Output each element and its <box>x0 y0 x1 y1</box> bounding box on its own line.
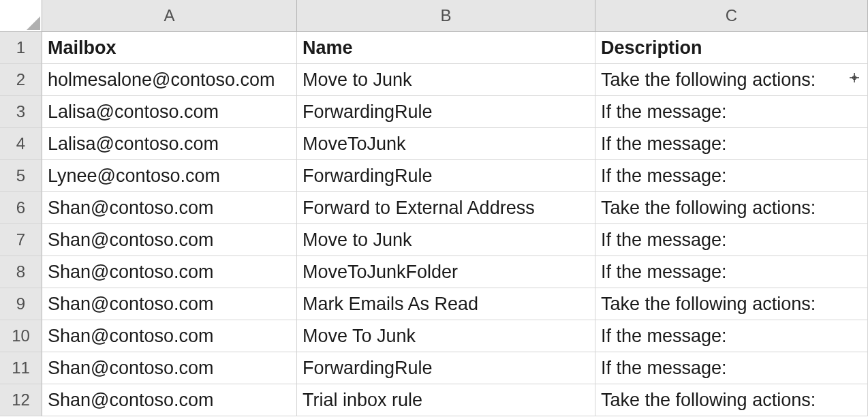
row-header-9[interactable]: 9 <box>0 288 42 320</box>
cell-c11[interactable]: If the message: <box>595 352 868 384</box>
cell-b12[interactable]: Trial inbox rule <box>297 384 595 416</box>
row-header-3[interactable]: 3 <box>0 96 42 128</box>
cell-a12[interactable]: Shan@contoso.com <box>42 384 297 416</box>
cell-c4[interactable]: If the message: <box>595 128 868 160</box>
cell-b9[interactable]: Mark Emails As Read <box>297 288 595 320</box>
row-header-12[interactable]: 12 <box>0 384 42 416</box>
cell-b7[interactable]: Move to Junk <box>297 224 595 256</box>
cell-a10[interactable]: Shan@contoso.com <box>42 320 297 352</box>
cell-c3[interactable]: If the message: <box>595 96 868 128</box>
row-header-2[interactable]: 2 <box>0 64 42 96</box>
column-header-b[interactable]: B <box>297 0 595 32</box>
cell-c6[interactable]: Take the following actions: <box>595 192 868 224</box>
row-header-4[interactable]: 4 <box>0 128 42 160</box>
column-header-a[interactable]: A <box>42 0 297 32</box>
cell-b11[interactable]: ForwardingRule <box>297 352 595 384</box>
cell-a1[interactable]: Mailbox <box>42 32 297 64</box>
row-header-10[interactable]: 10 <box>0 320 42 352</box>
cell-a5[interactable]: Lynee@contoso.com <box>42 160 297 192</box>
cell-b8[interactable]: MoveToJunkFolder <box>297 256 595 288</box>
row-header-8[interactable]: 8 <box>0 256 42 288</box>
cell-a3[interactable]: Lalisa@contoso.com <box>42 96 297 128</box>
row-header-11[interactable]: 11 <box>0 352 42 384</box>
select-all-corner[interactable] <box>0 0 42 32</box>
column-header-c[interactable]: C <box>595 0 868 32</box>
cell-a11[interactable]: Shan@contoso.com <box>42 352 297 384</box>
cell-a9[interactable]: Shan@contoso.com <box>42 288 297 320</box>
cell-b6[interactable]: Forward to External Address <box>297 192 595 224</box>
cell-b5[interactable]: ForwardingRule <box>297 160 595 192</box>
row-header-6[interactable]: 6 <box>0 192 42 224</box>
cell-c2[interactable]: Take the following actions: <box>595 64 868 96</box>
cell-b3[interactable]: ForwardingRule <box>297 96 595 128</box>
row-header-7[interactable]: 7 <box>0 224 42 256</box>
row-header-5[interactable]: 5 <box>0 160 42 192</box>
cell-c9[interactable]: Take the following actions: <box>595 288 868 320</box>
cell-b2[interactable]: Move to Junk <box>297 64 595 96</box>
cell-c7[interactable]: If the message: <box>595 224 868 256</box>
cell-a8[interactable]: Shan@contoso.com <box>42 256 297 288</box>
cell-c5[interactable]: If the message: <box>595 160 868 192</box>
cell-c1[interactable]: Description <box>595 32 868 64</box>
cell-c8[interactable]: If the message: <box>595 256 868 288</box>
cell-b1[interactable]: Name <box>297 32 595 64</box>
cell-b4[interactable]: MoveToJunk <box>297 128 595 160</box>
cell-a4[interactable]: Lalisa@contoso.com <box>42 128 297 160</box>
cell-b10[interactable]: Move To Junk <box>297 320 595 352</box>
cell-a2[interactable]: holmesalone@contoso.com <box>42 64 297 96</box>
cell-a7[interactable]: Shan@contoso.com <box>42 224 297 256</box>
cell-c10[interactable]: If the message: <box>595 320 868 352</box>
row-header-1[interactable]: 1 <box>0 32 42 64</box>
cell-a6[interactable]: Shan@contoso.com <box>42 192 297 224</box>
spreadsheet-grid[interactable]: A B C 1 Mailbox Name Description 2 holme… <box>0 0 868 416</box>
cell-c12[interactable]: Take the following actions: <box>595 384 868 416</box>
